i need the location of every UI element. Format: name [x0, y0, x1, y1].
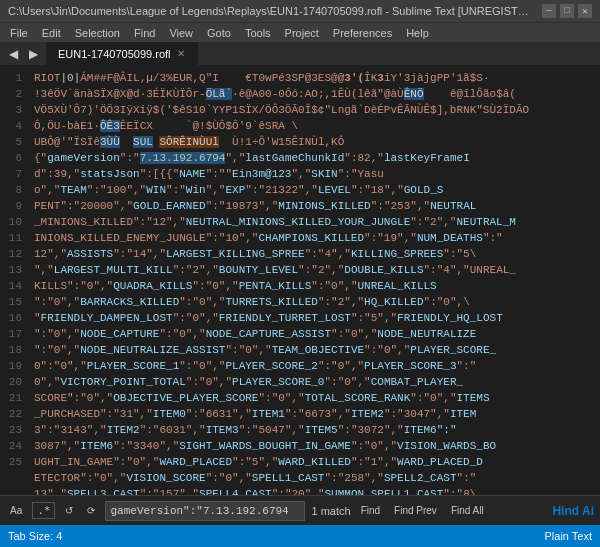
case-sensitive-btn[interactable]: Aa — [6, 503, 26, 518]
menu-preferences[interactable]: Preferences — [327, 26, 398, 40]
tab-nav-right[interactable]: ▶ — [24, 45, 42, 63]
find-prev-button[interactable]: Find Prev — [390, 503, 441, 518]
title-bar: C:\Users\Jin\Documents\League of Legends… — [0, 0, 600, 22]
minimize-button[interactable]: ─ — [542, 4, 556, 18]
close-button[interactable]: ✕ — [578, 4, 592, 18]
window-title: C:\Users\Jin\Documents\League of Legends… — [8, 5, 534, 17]
find-prev-label: Find Prev — [394, 505, 437, 516]
tab-bar: ◀ ▶ EUN1-1740705099.rofl ✕ — [0, 42, 600, 66]
menu-file[interactable]: File — [4, 26, 34, 40]
aa-label: Aa — [10, 505, 22, 516]
refresh-btn[interactable]: ↺ — [61, 503, 77, 518]
regex-label: .* — [37, 504, 50, 517]
regex-btn[interactable]: .* — [32, 502, 55, 519]
menu-bar: File Edit Selection Find View Goto Tools… — [0, 22, 600, 42]
tab-label: EUN1-1740705099.rofl — [58, 48, 171, 60]
find-all-label: Find All — [451, 505, 484, 516]
window-controls: ─ □ ✕ — [542, 4, 592, 18]
line-numbers: 12345 678910 1112131415 1617181920 21222… — [0, 66, 28, 495]
tab-close-icon[interactable]: ✕ — [177, 48, 185, 59]
code-editor[interactable]: RIOT|0|ÁM##F@ÂIL,µ/3%EUR,Q"I €T0wPé3SP@3… — [28, 66, 600, 495]
status-right: Plain Text — [545, 530, 593, 542]
menu-help[interactable]: Help — [400, 26, 435, 40]
maximize-button[interactable]: □ — [560, 4, 574, 18]
tab-size-label[interactable]: Tab Size: 4 — [8, 530, 62, 542]
menu-project[interactable]: Project — [279, 26, 325, 40]
case-wrap-btn[interactable]: ⟳ — [83, 503, 99, 518]
find-all-button[interactable]: Find All — [447, 503, 488, 518]
wrap-icon: ⟳ — [87, 505, 95, 516]
status-left: Tab Size: 4 — [8, 530, 62, 542]
menu-selection[interactable]: Selection — [69, 26, 126, 40]
menu-find[interactable]: Find — [128, 26, 161, 40]
refresh-icon: ↺ — [65, 505, 73, 516]
active-tab[interactable]: EUN1-1740705099.rofl ✕ — [46, 42, 198, 66]
editor-area: 12345 678910 1112131415 1617181920 21222… — [0, 66, 600, 495]
tab-nav-left[interactable]: ◀ — [4, 45, 22, 63]
menu-edit[interactable]: Edit — [36, 26, 67, 40]
menu-view[interactable]: View — [163, 26, 199, 40]
match-count: 1 match — [311, 505, 350, 517]
find-bar: Aa .* ↺ ⟳ 1 match Find Find Prev Find Al… — [0, 495, 600, 525]
hind-ai-label: Hind Ai — [552, 504, 594, 518]
find-button[interactable]: Find — [357, 503, 384, 518]
menu-tools[interactable]: Tools — [239, 26, 277, 40]
status-bar: Tab Size: 4 Plain Text — [0, 525, 600, 547]
menu-goto[interactable]: Goto — [201, 26, 237, 40]
find-label: Find — [361, 505, 380, 516]
plain-text-label[interactable]: Plain Text — [545, 530, 593, 542]
find-input[interactable] — [105, 501, 305, 521]
tab-nav: ◀ ▶ — [0, 45, 46, 63]
